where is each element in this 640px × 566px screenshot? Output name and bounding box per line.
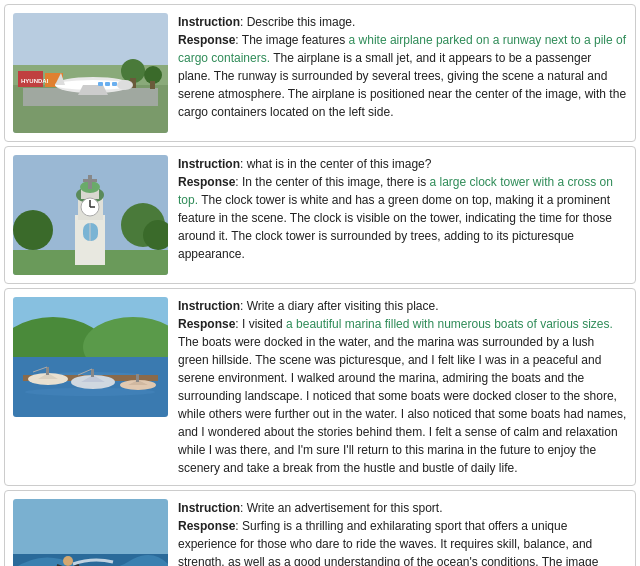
card-surfing: Instruction: Write an advertisement for … bbox=[4, 490, 636, 566]
instruction-label-2: Instruction bbox=[178, 157, 240, 171]
svg-rect-49 bbox=[91, 369, 94, 377]
svg-point-60 bbox=[63, 556, 73, 566]
svg-text:HYUNDAI: HYUNDAI bbox=[21, 78, 49, 84]
svg-rect-45 bbox=[46, 367, 49, 375]
card-airplane-text: Instruction: Describe this image. Respon… bbox=[178, 13, 627, 133]
svg-rect-30 bbox=[83, 179, 97, 182]
response-text-3b: The boats were docked in the water, and … bbox=[178, 335, 626, 475]
response-label-2: Response bbox=[178, 175, 235, 189]
response-label-3: Response bbox=[178, 317, 235, 331]
instruction-colon-4: : bbox=[240, 501, 247, 515]
instruction-colon-2: : bbox=[240, 157, 247, 171]
svg-rect-18 bbox=[112, 82, 117, 86]
instruction-text-3: Write a diary after visiting this place. bbox=[247, 299, 439, 313]
response-text-4a: Surfing is a thrilling and exhilarating … bbox=[178, 519, 598, 566]
response-label-4: Response bbox=[178, 519, 235, 533]
svg-marker-15 bbox=[78, 85, 108, 95]
response-text-2b: The clock tower is white and has a green… bbox=[178, 193, 612, 261]
instruction-label-4: Instruction bbox=[178, 501, 240, 515]
card-marina-text: Instruction: Write a diary after visitin… bbox=[178, 297, 627, 477]
response-text-1a: The image features bbox=[242, 33, 349, 47]
svg-rect-54 bbox=[13, 499, 168, 559]
image-airplane: HYUNDAI bbox=[13, 13, 168, 133]
svg-rect-16 bbox=[98, 82, 103, 86]
response-highlight-3: a beautiful marina filled with numerous … bbox=[286, 317, 613, 331]
instruction-text-1: Describe this image. bbox=[247, 15, 356, 29]
card-surfing-text: Instruction: Write an advertisement for … bbox=[178, 499, 627, 566]
response-text-2a: In the center of this image, there is bbox=[242, 175, 429, 189]
svg-rect-17 bbox=[105, 82, 110, 86]
response-text-3a: I visited bbox=[242, 317, 286, 331]
response-label-1: Response bbox=[178, 33, 235, 47]
svg-rect-10 bbox=[150, 81, 155, 89]
svg-point-13 bbox=[117, 80, 133, 90]
card-clocktower-text: Instruction: what is in the center of th… bbox=[178, 155, 627, 275]
image-marina bbox=[13, 297, 168, 417]
instruction-colon-3: : bbox=[240, 299, 247, 313]
image-clocktower bbox=[13, 155, 168, 275]
card-clocktower: Instruction: what is in the center of th… bbox=[4, 146, 636, 284]
image-surfing bbox=[13, 499, 168, 566]
card-airplane: HYUNDAI Instruction: Describe this image… bbox=[4, 4, 636, 142]
instruction-label-1: Instruction bbox=[178, 15, 240, 29]
svg-point-20 bbox=[13, 210, 53, 250]
svg-rect-53 bbox=[136, 374, 139, 382]
instruction-label-3: Instruction bbox=[178, 299, 240, 313]
instruction-text-2: what is in the center of this image? bbox=[247, 157, 432, 171]
instruction-text-4: Write an advertisement for this sport. bbox=[247, 501, 443, 515]
card-marina: Instruction: Write a diary after visitin… bbox=[4, 288, 636, 486]
instruction-colon-1: : bbox=[240, 15, 247, 29]
